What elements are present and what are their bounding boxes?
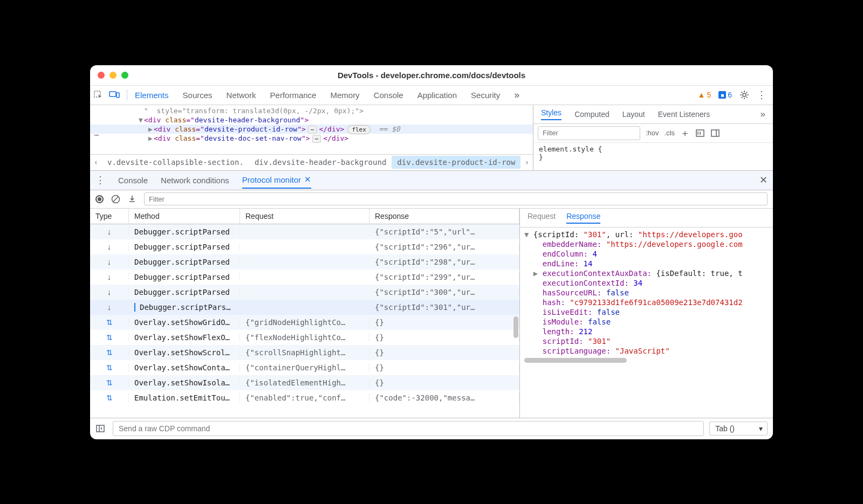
settings-icon[interactable] bbox=[739, 90, 749, 100]
arrow-down-icon: ↓ bbox=[90, 257, 129, 266]
table-row[interactable]: ↓Debugger.scriptParsed{"scriptId":"298",… bbox=[90, 254, 519, 270]
table-row[interactable]: ⇅Overlay.setShowConta…{"containerQueryHi… bbox=[90, 360, 519, 375]
ellipsis-icon[interactable]: ⋯ bbox=[312, 135, 321, 143]
close-tab-icon[interactable]: ✕ bbox=[304, 175, 311, 184]
tab-memory[interactable]: Memory bbox=[330, 91, 359, 100]
record-button[interactable] bbox=[95, 195, 104, 203]
hov-toggle[interactable]: :hov bbox=[646, 129, 659, 137]
response-body[interactable]: ▼ {scriptId: "301", url: "https://develo… bbox=[520, 227, 773, 418]
gutter-overflow-icon[interactable]: ⋯ bbox=[94, 131, 100, 139]
zoom-window-button[interactable] bbox=[121, 72, 128, 79]
crumb-scroll-right-icon[interactable]: › bbox=[521, 158, 533, 167]
tab-elements[interactable]: Elements bbox=[135, 91, 169, 100]
table-row[interactable]: ↓Debugger.scriptParsed{"scriptId":"5","u… bbox=[90, 224, 519, 239]
json-key: endColumn: bbox=[543, 250, 588, 258]
col-request[interactable]: Request bbox=[240, 209, 369, 224]
warning-icon: ▲ bbox=[698, 91, 706, 99]
breadcrumb[interactable]: div.devsite-header-background bbox=[249, 156, 392, 169]
styles-body[interactable]: element.style { } bbox=[533, 143, 773, 163]
dom-line[interactable]: ▶<div class="devsite-doc-set-nav-row">⋯<… bbox=[90, 134, 533, 143]
json-key: executionContextId: bbox=[543, 279, 629, 287]
dom-line-selected[interactable]: ▶<div class="devsite-product-id-row">⋯</… bbox=[90, 125, 533, 134]
cls-toggle[interactable]: .cls bbox=[665, 129, 675, 137]
computed-styles-icon[interactable] bbox=[695, 129, 705, 137]
table-header: Type Method Request Response bbox=[90, 209, 519, 224]
dom-line[interactable]: ▼<div class="devsite-header-background"> bbox=[90, 115, 533, 125]
drawer-close-icon[interactable]: ✕ bbox=[759, 174, 768, 186]
response-cell: {} bbox=[369, 363, 519, 372]
arrow-both-icon: ⇅ bbox=[90, 348, 129, 357]
kebab-icon[interactable]: ⋮ bbox=[757, 89, 766, 101]
tab-sources[interactable]: Sources bbox=[183, 91, 213, 100]
json-text: {scriptId: bbox=[533, 230, 584, 239]
elements-dom-tree[interactable]: ⋯ " style="transform: translate3d(0px, -… bbox=[90, 105, 533, 170]
tab-styles[interactable]: Styles bbox=[541, 108, 561, 120]
breadcrumb[interactable]: v.devsite-collapsible-section. bbox=[102, 156, 249, 169]
json-key: scriptId: bbox=[543, 337, 584, 346]
tab-layout[interactable]: Layout bbox=[622, 110, 645, 119]
device-mode-icon[interactable] bbox=[106, 91, 122, 99]
issues-badge[interactable]: ■6 bbox=[718, 91, 732, 99]
arrow-both-icon: ⇅ bbox=[90, 333, 129, 342]
method-cell: Debugger.scriptParsed bbox=[129, 273, 240, 281]
styles-tabs-overflow-icon[interactable]: » bbox=[761, 109, 765, 120]
tab-event-listeners[interactable]: Event Listeners bbox=[658, 110, 710, 119]
breadcrumb-selected[interactable]: div.devsite-product-id-row bbox=[392, 156, 520, 169]
warnings-badge[interactable]: ▲5 bbox=[698, 91, 711, 99]
cdp-hint-button[interactable]: Tab ()▾ bbox=[709, 422, 768, 436]
toolbar-right: ▲5 ■6 ⋮ bbox=[698, 89, 773, 101]
new-style-rule-icon[interactable]: ＋ bbox=[680, 127, 690, 140]
svg-rect-1 bbox=[109, 92, 116, 96]
download-icon[interactable] bbox=[128, 195, 136, 203]
h-scrollbar-thumb[interactable] bbox=[524, 358, 627, 363]
json-bool: false bbox=[592, 308, 620, 316]
tab-request[interactable]: Request bbox=[528, 212, 556, 224]
table-row[interactable]: ⇅Overlay.setShowGridO…{"gridNodeHighligh… bbox=[90, 315, 519, 330]
tab-security[interactable]: Security bbox=[471, 91, 500, 100]
cdp-command-input[interactable] bbox=[113, 421, 704, 436]
scrollbar-thumb[interactable] bbox=[513, 316, 518, 338]
inspect-icon[interactable] bbox=[90, 90, 106, 100]
drawer-tab-console[interactable]: Console bbox=[118, 176, 148, 185]
dom-line[interactable]: " style="transform: translate3d(0px, -/2… bbox=[90, 106, 533, 115]
flex-badge[interactable]: flex bbox=[347, 125, 371, 134]
tab-response[interactable]: Response bbox=[566, 212, 600, 224]
drawer-tab-network-conditions[interactable]: Network conditions bbox=[161, 176, 229, 185]
table-row[interactable]: ⇅Overlay.setShowFlexO…{"flexNodeHighligh… bbox=[90, 330, 519, 345]
minimize-window-button[interactable] bbox=[109, 72, 117, 79]
crumb-scroll-left-icon[interactable]: ‹ bbox=[90, 158, 102, 167]
tabs-overflow-icon[interactable]: » bbox=[514, 89, 519, 101]
drawer-tab-protocol-monitor[interactable]: Protocol monitor ✕ bbox=[242, 171, 311, 189]
col-method[interactable]: Method bbox=[129, 209, 240, 224]
clear-icon[interactable] bbox=[111, 195, 120, 204]
tab-console[interactable]: Console bbox=[374, 91, 403, 100]
toggle-sidebar-icon[interactable] bbox=[710, 129, 720, 137]
close-window-button[interactable] bbox=[98, 72, 105, 79]
tab-computed[interactable]: Computed bbox=[574, 110, 609, 119]
tab-performance[interactable]: Performance bbox=[270, 91, 317, 100]
protocol-filter-input[interactable] bbox=[144, 192, 768, 205]
method-cell: Debugger.scriptParsed bbox=[129, 243, 240, 251]
table-row[interactable]: ⇅Overlay.setShowScroll…{"scrollSnapHighl… bbox=[90, 345, 519, 360]
col-response[interactable]: Response bbox=[369, 209, 519, 224]
table-row[interactable]: ↓Debugger.scriptParsed{"scriptId":"299",… bbox=[90, 270, 519, 285]
json-text: {isDefault: true, t bbox=[652, 269, 743, 278]
json-bool: false bbox=[584, 317, 611, 326]
table-row[interactable]: ↓Debugger.scriptParsed{"scriptId":"300",… bbox=[90, 285, 519, 300]
tab-application[interactable]: Application bbox=[417, 91, 457, 100]
table-row[interactable]: ⇅Emulation.setEmitTouc…{"enabled":true,"… bbox=[90, 390, 519, 405]
arrow-down-icon: ↓ bbox=[90, 272, 129, 281]
drawer-kebab-icon[interactable]: ⋮ bbox=[95, 174, 105, 186]
style-rule-close: } bbox=[539, 153, 768, 161]
request-cell: {"isolatedElementHigh… bbox=[240, 378, 369, 387]
table-row[interactable]: ⇅Overlay.setShowIsolat…{"isolatedElement… bbox=[90, 375, 519, 390]
response-cell: {"scriptId":"301","ur… bbox=[369, 303, 519, 312]
toggle-editor-icon[interactable] bbox=[95, 424, 107, 433]
tab-network[interactable]: Network bbox=[227, 91, 256, 100]
styles-filter-input[interactable] bbox=[538, 126, 640, 140]
arrow-down-icon: ↓ bbox=[90, 242, 129, 251]
table-row[interactable]: ↓Debugger.scriptParsed{"scriptId":"296",… bbox=[90, 239, 519, 254]
table-row[interactable]: ↓Debugger.scriptParsed{"scriptId":"301",… bbox=[90, 300, 519, 315]
col-type[interactable]: Type bbox=[90, 209, 129, 224]
ellipsis-icon[interactable]: ⋯ bbox=[308, 126, 317, 134]
